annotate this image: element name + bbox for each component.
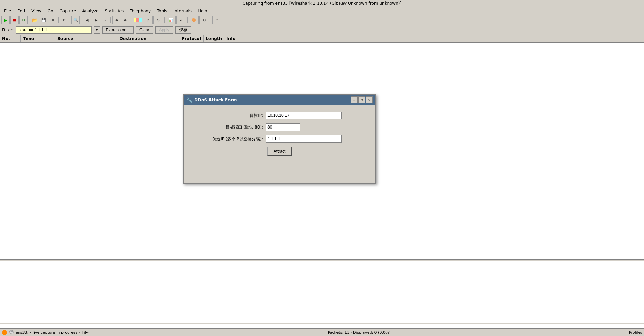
menu-statistics[interactable]: Statistics (102, 8, 126, 14)
stop-capture-btn[interactable]: ■ (10, 16, 19, 24)
packet-list-header: No. Time Source Destination Protocol Len… (0, 35, 644, 43)
ddos-dialog: 🔧 DDoS Attack Form ─ □ ✕ 目标IP: 目标端口 (默认 … (183, 94, 376, 184)
menu-edit[interactable]: Edit (14, 8, 28, 14)
save-file-btn[interactable]: 💾 (40, 16, 48, 24)
prev-btn[interactable]: ◀ (83, 16, 91, 24)
help-icon-btn[interactable]: ? (212, 16, 222, 24)
status-text: ens33: <live capture in progress> Fil··· (16, 330, 89, 335)
menu-help[interactable]: Help (195, 8, 210, 14)
sep7 (164, 17, 165, 23)
attract-btn[interactable]: Attract (267, 147, 292, 156)
target-port-label: 目标端口 (默认 80): (194, 124, 263, 130)
dialog-bottom-space (194, 156, 365, 176)
apply-btn[interactable]: Apply (155, 26, 173, 34)
zoom-in-btn[interactable]: ⊕ (143, 16, 153, 24)
first-btn[interactable]: ⏮ (112, 16, 120, 24)
colorize-btn[interactable] (133, 16, 142, 24)
sep9 (211, 17, 211, 23)
profile-text: Profile: (629, 330, 642, 335)
find-btn[interactable]: 🔍 (71, 16, 80, 24)
sep4 (81, 17, 81, 23)
target-port-input[interactable] (266, 123, 300, 131)
sep6 (131, 17, 131, 23)
dialog-title-text: DDoS Attack Form (194, 98, 237, 102)
zoom-out-btn[interactable]: ⊖ (153, 16, 163, 24)
col-header-info: Info (224, 35, 644, 42)
sep2 (58, 17, 59, 23)
shark-icon: 🦈 (8, 330, 14, 335)
goto-btn[interactable]: → (101, 16, 109, 24)
reload-btn[interactable]: ⟳ (60, 16, 68, 24)
sep8 (187, 17, 188, 23)
checkmark-btn[interactable]: ✓ (176, 16, 186, 24)
filter-dropdown-btn[interactable]: ▼ (94, 26, 100, 34)
expression-btn[interactable]: Expression... (102, 26, 134, 34)
menu-go[interactable]: Go (45, 8, 56, 14)
menu-capture[interactable]: Capture (57, 8, 79, 14)
status-left: 🦈 ens33: <live capture in progress> Fil·… (2, 330, 89, 335)
main-area: 🔧 DDoS Attack Form ─ □ ✕ 目标IP: 目标端口 (默认 … (0, 43, 644, 328)
menu-telephony[interactable]: Telephony (127, 8, 154, 14)
menu-analyze[interactable]: Analyze (79, 8, 101, 14)
settings-btn[interactable]: ⚙ (199, 16, 209, 24)
filter-label: Filter: (2, 28, 14, 32)
last-btn[interactable]: ⏭ (121, 16, 129, 24)
dialog-title-controls: ─ □ ✕ (351, 96, 373, 103)
col-header-time: Time (21, 35, 55, 42)
sep5 (110, 17, 111, 23)
close-file-btn[interactable]: ✕ (49, 16, 57, 24)
filter-bar: Filter: ▼ Expression... Clear Apply 保存 (0, 25, 644, 35)
port-extra-space (300, 123, 321, 131)
dialog-titlebar: 🔧 DDoS Attack Form ─ □ ✕ (184, 95, 375, 105)
spoof-ip-input[interactable] (266, 135, 342, 143)
attract-row: Attract (194, 147, 365, 156)
dialog-body: 目标IP: 目标端口 (默认 80): 伪造IP (多个IP以空格分隔): At… (184, 105, 375, 183)
col-header-source: Source (55, 35, 117, 42)
target-ip-input[interactable] (266, 112, 342, 119)
spoof-ip-row: 伪造IP (多个IP以空格分隔): (194, 135, 365, 143)
title-text: Capturing from ens33 [Wireshark 1.10.14 … (243, 1, 401, 6)
dialog-maximize-btn[interactable]: □ (358, 96, 365, 103)
color2-btn[interactable]: 🎨 (189, 16, 199, 24)
col-header-no: No. (0, 35, 21, 42)
capture-status-icon (2, 330, 7, 335)
filter-input[interactable] (16, 26, 92, 34)
col-header-length: Length (204, 35, 224, 42)
menu-view[interactable]: View (29, 8, 44, 14)
next-btn[interactable]: ▶ (92, 16, 100, 24)
clear-btn[interactable]: Clear (136, 26, 153, 34)
open-file-btn[interactable]: 📂 (31, 16, 39, 24)
target-port-row: 目标端口 (默认 80): (194, 123, 365, 131)
dialog-minimize-btn[interactable]: ─ (351, 96, 358, 103)
dialog-title-icon: 🔧 (186, 97, 192, 103)
title-bar: Capturing from ens33 [Wireshark 1.10.14 … (0, 0, 644, 7)
target-ip-row: 目标IP: (194, 112, 365, 119)
col-header-destination: Destination (117, 35, 179, 42)
restart-capture-btn[interactable]: ↺ (19, 16, 28, 24)
menu-file[interactable]: File (1, 8, 14, 14)
hex-pane[interactable] (0, 324, 644, 328)
menu-internals[interactable]: Internals (171, 8, 195, 14)
col-header-protocol: Protocol (179, 35, 204, 42)
menu-tools[interactable]: Tools (154, 8, 170, 14)
start-capture-btn[interactable]: ▶ (1, 16, 10, 24)
toolbar: ▶ ■ ↺ 📂 💾 ✕ ⟳ 🔍 ◀ ▶ → ⏮ ⏭ (0, 15, 644, 25)
menu-bar: File Edit View Go Capture Analyze Statis… (0, 7, 644, 15)
sep1 (29, 17, 29, 23)
status-bar: 🦈 ens33: <live capture in progress> Fil·… (0, 328, 644, 336)
sep3 (70, 17, 70, 23)
spoof-ip-label: 伪造IP (多个IP以空格分隔): (194, 136, 263, 142)
packets-count: Packets: 13 · Displayed: 0 (0.0%) (328, 330, 391, 335)
dialog-close-btn[interactable]: ✕ (366, 96, 373, 103)
detail-pane[interactable] (0, 261, 644, 323)
dialog-title-left: 🔧 DDoS Attack Form (186, 97, 237, 103)
target-ip-label: 目标IP: (194, 113, 263, 119)
graph-btn[interactable]: 📊 (166, 16, 176, 24)
save-btn[interactable]: 保存 (175, 26, 191, 34)
